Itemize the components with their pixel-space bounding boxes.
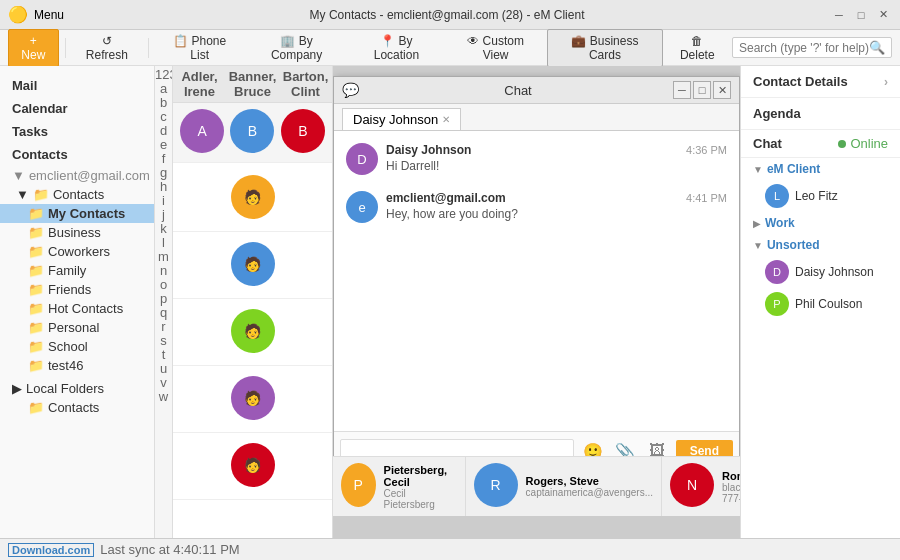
menu-button[interactable]: Menu [34,8,64,22]
bottom-contact-3[interactable]: N Romanoff, Natasha blackwidow@avengers.… [662,457,740,516]
chat-tab-close-icon[interactable]: ✕ [442,114,450,125]
alpha-o[interactable]: o [155,278,172,292]
chat-group-unsorted[interactable]: ▼ Unsorted [741,234,900,256]
new-button[interactable]: + New [8,29,59,67]
avatar-banner[interactable]: B [230,109,274,153]
alpha-n[interactable]: n [155,264,172,278]
chat-contact-phil[interactable]: P Phil Coulson [741,288,900,320]
sidebar-folder-hot-contacts[interactable]: 📁 Hot Contacts [0,299,154,318]
header-banner: Banner, Bruce [226,69,279,99]
alpha-v[interactable]: v [155,376,172,390]
alpha-d[interactable]: d [155,124,172,138]
sidebar-folder-contacts[interactable]: ▼ 📁 Contacts [0,185,154,204]
bottom-contact-info-3: Romanoff, Natasha blackwidow@avengers...… [722,470,740,504]
alpha-r[interactable]: r [155,320,172,334]
alpha-i[interactable]: i [155,194,172,208]
contact-card-4[interactable]: 🧑 [173,368,332,433]
folder-icon: 📁 [28,358,44,373]
sidebar-folder-coworkers[interactable]: 📁 Coworkers [0,242,154,261]
msg-time-2: 4:41 PM [686,192,727,204]
sidebar-item-calendar[interactable]: Calendar [0,97,154,120]
alpha-a[interactable]: a [155,82,172,96]
bottom-contact-phone-3: 777-423-922 [722,493,740,504]
titlebar: 🟡 Menu My Contacts - emclient@gmail.com … [0,0,900,30]
sidebar-item-tasks[interactable]: Tasks [0,120,154,143]
chat-group-emclient[interactable]: ▼ eM Client [741,158,900,180]
sidebar-folder-test46[interactable]: 📁 test46 [0,356,154,375]
sidebar-folder-personal[interactable]: 📁 Personal [0,318,154,337]
alpha-c[interactable]: c [155,110,172,124]
sidebar-folder-friends[interactable]: 📁 Friends [0,280,154,299]
alpha-f[interactable]: f [155,152,172,166]
sidebar-folder-family[interactable]: 📁 Family [0,261,154,280]
maximize-button[interactable]: □ [852,6,870,24]
group-expand-icon-work: ▶ [753,218,761,229]
msg-sender-1: Daisy Johnson [386,143,471,157]
avatar-barton[interactable]: B [281,109,325,153]
alpha-w[interactable]: w [155,390,172,404]
bottom-contact-1[interactable]: P Pietersberg, Cecil Cecil Pietersberg [333,457,466,516]
chat-group-work[interactable]: ▶ Work [741,212,900,234]
search-box[interactable]: 🔍 [732,37,892,58]
header-barton: Barton, Clint [279,69,332,99]
chat-contact-daisy[interactable]: D Daisy Johnson [741,256,900,288]
folder-label: Family [48,263,86,278]
alpha-u[interactable]: u [155,362,172,376]
sidebar-folder-business[interactable]: 📁 Business [0,223,154,242]
alpha-q[interactable]: q [155,306,172,320]
alpha-m[interactable]: m [155,250,172,264]
chat-section-title: Chat [753,136,782,151]
delete-button[interactable]: 🗑 Delete [665,29,731,67]
minimize-button[interactable]: ─ [830,6,848,24]
alpha-s[interactable]: s [155,334,172,348]
avatar-2: 🧑 [231,242,275,286]
chat-tab-daisy[interactable]: Daisy Johnson ✕ [342,108,461,130]
refresh-button[interactable]: ↺ Refresh [72,29,143,67]
sidebar-item-mail[interactable]: Mail [0,74,154,97]
alpha-j[interactable]: j [155,208,172,222]
contact-details-section[interactable]: Contact Details › [741,66,900,98]
custom-view-button[interactable]: 👁 Custom View [446,29,545,67]
contact-card-2[interactable]: 🧑 [173,234,332,299]
app-logo-icon: 🟡 [8,5,28,24]
by-company-button[interactable]: 🏢 By Company [246,29,347,67]
alpha-l[interactable]: l [155,236,172,250]
sidebar-folder-my-contacts[interactable]: 📁 My Contacts [0,204,154,223]
search-input[interactable] [739,41,869,55]
chat-minimize-button[interactable]: ─ [673,81,691,99]
chat-close-button[interactable]: ✕ [713,81,731,99]
chat-contact-leofitz[interactable]: L Leo Fitz [741,180,900,212]
alpha-123[interactable]: 123 [155,68,172,82]
alpha-g[interactable]: g [155,166,172,180]
alpha-k[interactable]: k [155,222,172,236]
alpha-p[interactable]: p [155,292,172,306]
contact-card-3[interactable]: 🧑 [173,301,332,366]
sidebar-local-folders[interactable]: ▶ Local Folders [0,379,154,398]
sidebar-item-contacts[interactable]: Contacts [0,143,154,166]
bottom-contact-sub-3: blackwidow@avengers... [722,482,740,493]
contact-card-1[interactable]: 🧑 [173,167,332,232]
avatar-3: 🧑 [231,309,275,353]
phone-list-button[interactable]: 📋 Phone List [155,29,244,67]
business-cards-button[interactable]: 💼 Business Cards [547,29,662,67]
avatar-adler[interactable]: A [180,109,224,153]
sidebar-local-contacts[interactable]: 📁 Contacts [0,398,154,417]
agenda-label: Agenda [753,106,801,121]
close-button[interactable]: ✕ [874,6,892,24]
search-icon: 🔍 [869,40,885,55]
alpha-b[interactable]: b [155,96,172,110]
bottom-contact-2[interactable]: R Rogers, Steve captainamerica@avengers.… [466,457,662,516]
alpha-e[interactable]: e [155,138,172,152]
agenda-section[interactable]: Agenda [741,98,900,130]
msg-content-2: emclient@gmail.com 4:41 PM Hey, how are … [386,191,727,223]
avatar-5: 🧑 [231,443,275,487]
folder-label: School [48,339,88,354]
alpha-t[interactable]: t [155,348,172,362]
chat-maximize-button[interactable]: □ [693,81,711,99]
contact-card-5[interactable]: 🧑 [173,435,332,500]
sidebar-folder-school[interactable]: 📁 School [0,337,154,356]
sidebar-account[interactable]: ▼ emclient@gmail.com [0,166,154,185]
alpha-h[interactable]: h [155,180,172,194]
by-location-button[interactable]: 📍 By Location [349,29,444,67]
contact-list-header: Adler, Irene Banner, Bruce Barton, Clint [173,66,332,103]
